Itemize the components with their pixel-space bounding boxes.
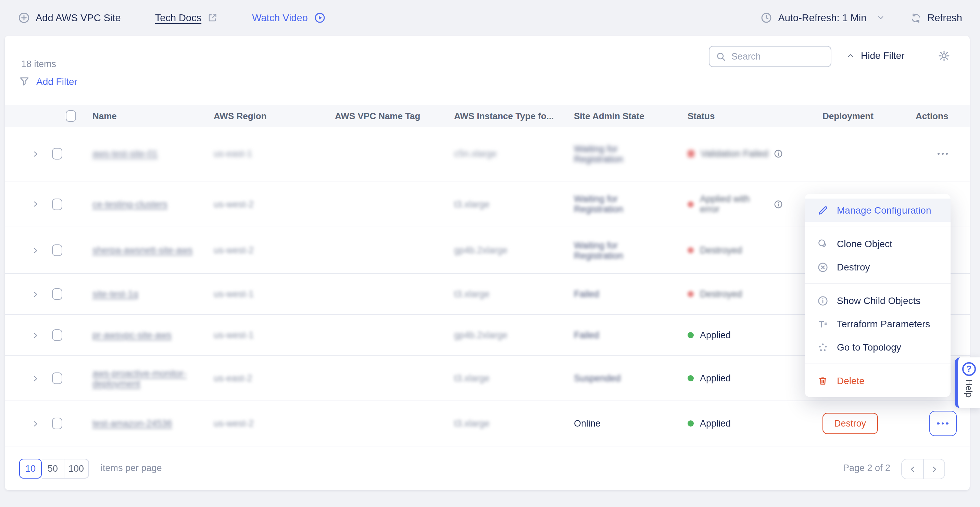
menu-item-delete[interactable]: Delete <box>805 369 951 392</box>
menu-item-go-to-topology[interactable]: Go to Topology <box>805 335 951 359</box>
menu-item-label: Go to Topology <box>837 342 901 353</box>
site-name-link[interactable]: test-amazon-24536 <box>92 418 172 429</box>
row-checkbox[interactable] <box>52 418 62 429</box>
expand-row-button[interactable] <box>31 245 40 255</box>
auto-refresh-label: Auto-Refresh: 1 Min <box>778 12 867 23</box>
row-checkbox[interactable] <box>52 372 62 384</box>
tech-docs-link[interactable]: Tech Docs <box>155 12 218 23</box>
site-admin-state-value: Waiting for Registration <box>574 194 643 214</box>
deployment-cell: Destroy <box>822 413 916 434</box>
toolbar: Add AWS VPC Site Tech Docs Watch Video <box>0 0 980 36</box>
page-size-100[interactable]: 100 <box>64 459 89 478</box>
expand-row-button[interactable] <box>31 331 40 340</box>
page-size-selector: 1050100 <box>20 459 89 478</box>
chevron-down-icon <box>876 13 886 22</box>
status-value: Destroyed <box>700 289 742 299</box>
menu-item-label: Show Child Objects <box>837 295 920 306</box>
site-admin-state-value: Failed <box>574 330 599 340</box>
external-link-icon <box>207 12 218 23</box>
expand-row-button[interactable] <box>31 419 40 428</box>
auto-refresh-dropdown[interactable]: Auto-Refresh: 1 Min <box>760 12 886 24</box>
aws-region-value: us-east-2 <box>214 373 252 383</box>
chevron-right-icon <box>929 464 939 474</box>
row-actions-button-active[interactable] <box>929 411 956 436</box>
site-admin-state-value: Failed <box>574 289 599 299</box>
site-name-link[interactable]: ce-testing-clusters <box>92 199 167 209</box>
row-checkbox[interactable] <box>52 148 62 159</box>
row-checkbox[interactable] <box>52 329 62 341</box>
info-icon[interactable] <box>773 199 783 209</box>
instance-type-value: t3.xlarge <box>454 289 490 299</box>
add-aws-vpc-site-button[interactable]: Add AWS VPC Site <box>18 12 121 24</box>
site-name-link[interactable]: sherpa-awsnett-site-aws <box>92 245 193 255</box>
add-filter-label: Add Filter <box>36 76 77 87</box>
select-all-checkbox[interactable] <box>65 110 76 122</box>
expand-row-button[interactable] <box>31 373 40 383</box>
site-admin-state-value: Online <box>574 418 601 429</box>
destroy-button[interactable]: Destroy <box>822 413 878 434</box>
page-size-50[interactable]: 50 <box>42 459 64 478</box>
menu-item-show-child-objects[interactable]: Show Child Objects <box>805 289 951 312</box>
pager <box>901 459 945 479</box>
menu-item-terraform-parameters[interactable]: Terraform Parameters <box>805 312 951 335</box>
row-checkbox[interactable] <box>52 245 62 256</box>
column-header-aws-vpc-name-tag: AWS VPC Name Tag <box>335 111 454 121</box>
aws-region-value: us-west-2 <box>214 418 254 429</box>
menu-item-label: Terraform Parameters <box>837 318 930 329</box>
expand-row-button[interactable] <box>31 289 40 299</box>
status-error-icon <box>687 150 694 157</box>
add-filter-button[interactable]: Add Filter <box>19 75 77 87</box>
menu-item-label: Destroy <box>837 262 870 272</box>
search-input[interactable] <box>732 51 824 62</box>
row-checkbox[interactable] <box>52 198 62 210</box>
chevron-left-icon <box>907 464 918 474</box>
status-dot-icon <box>687 291 694 297</box>
row-actions-button[interactable] <box>937 153 948 155</box>
page-indicator: Page 2 of 2 <box>843 463 890 473</box>
expand-row-button[interactable] <box>31 199 40 209</box>
column-header-actions: Actions <box>916 111 970 121</box>
menu-item-clone-object[interactable]: Clone Object <box>805 232 951 255</box>
menu-item-manage-configuration[interactable]: Manage Configuration <box>805 199 951 222</box>
status-cell: Validation Failed <box>687 149 822 159</box>
hide-filter-label: Hide Filter <box>861 50 905 61</box>
site-admin-state-value: Waiting for Registration <box>574 143 643 164</box>
search-box <box>709 46 831 67</box>
site-name-link[interactable]: aws-test-site-01 <box>92 149 158 159</box>
prev-page-button[interactable] <box>902 459 923 478</box>
page-size-10[interactable]: 10 <box>19 459 42 478</box>
refresh-button[interactable]: Refresh <box>910 12 962 24</box>
watch-video-link[interactable]: Watch Video <box>252 12 326 24</box>
site-name-link[interactable]: pr-awsvpc-site-aws <box>92 330 172 340</box>
site-name-link[interactable]: aws-proactive-monitor-deployment <box>92 368 202 389</box>
status-cell: Applied with error <box>687 194 822 214</box>
status-dot-icon <box>687 332 694 338</box>
aws-region-value: us-west-1 <box>214 289 254 299</box>
actions-cell <box>916 411 970 436</box>
menu-item-label: Delete <box>837 375 865 386</box>
site-name-link[interactable]: site-test-1q <box>92 289 138 299</box>
circle-x-icon <box>817 261 829 273</box>
watch-video-label: Watch Video <box>252 12 308 23</box>
status-dot-icon <box>687 247 694 253</box>
aws-region-value: us-west-2 <box>214 199 254 209</box>
menu-item-label: Clone Object <box>837 238 892 249</box>
menu-item-destroy[interactable]: Destroy <box>805 255 951 279</box>
search-icon <box>716 51 727 62</box>
add-aws-vpc-site-label: Add AWS VPC Site <box>36 12 121 23</box>
expand-row-button[interactable] <box>31 149 40 159</box>
row-checkbox[interactable] <box>52 288 62 300</box>
status-value: Applied <box>700 373 731 383</box>
funnel-icon <box>19 75 30 87</box>
next-page-button[interactable] <box>923 459 944 478</box>
items-per-page-label: items per page <box>101 463 162 473</box>
table-settings-button[interactable] <box>937 49 951 62</box>
context-menu: Manage ConfigurationClone ObjectDestroyS… <box>805 194 951 397</box>
status-cell: Applied <box>687 373 822 383</box>
status-value: Validation Failed <box>701 149 768 159</box>
question-circle-icon: ? <box>962 362 976 376</box>
hide-filter-toggle[interactable]: Hide Filter <box>846 50 905 61</box>
info-icon[interactable] <box>773 149 783 159</box>
help-tab[interactable]: ? Help <box>955 358 980 408</box>
table-row: aws-test-site-01us-east-1c5n.xlargeWaiti… <box>5 127 970 181</box>
